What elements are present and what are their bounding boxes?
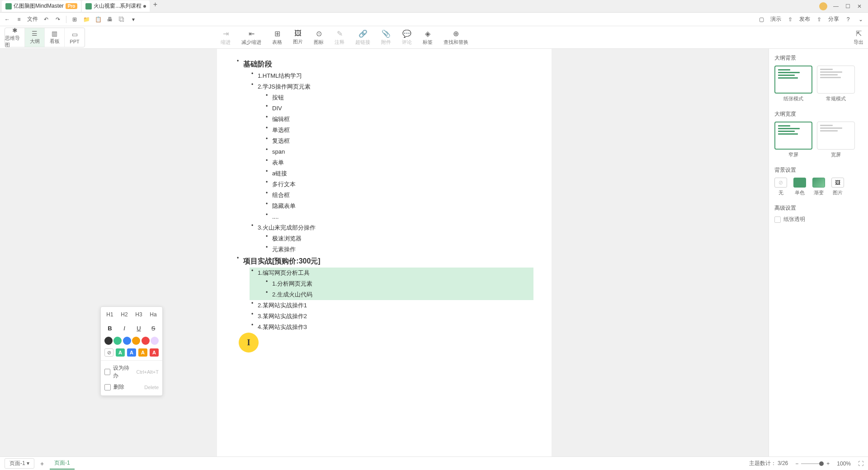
present-button[interactable]: 演示 (770, 15, 781, 23)
tab-document[interactable]: 火山视窗...系列课程 (82, 0, 150, 12)
bg-image-option[interactable]: 🖼图片 (831, 178, 844, 196)
outline-item[interactable]: span (264, 146, 533, 157)
copy-icon[interactable]: ⿻ (118, 16, 125, 23)
redo-icon[interactable]: ↷ (54, 16, 61, 23)
outline-heading[interactable]: 项目实战[预购价:300元] 1.编写网页分析工具 1.分析网页元素 2.生成火… (235, 255, 533, 333)
color-black[interactable] (104, 337, 113, 345)
note-button[interactable]: ✎注释 (335, 29, 344, 46)
outline-item[interactable]: 极速浏览器 (264, 233, 533, 244)
color-red[interactable] (142, 337, 150, 345)
view-mindmap[interactable]: ✱思维导图 (5, 28, 25, 47)
tab-mindmaster[interactable]: 亿图脑图MindMaster Pro (2, 0, 81, 12)
table-button[interactable]: ⊞表格 (272, 29, 282, 46)
canvas[interactable]: 基础阶段 1.HTML结构学习 2.学JS操作网页元素 按钮 DIV 编辑框 单… (0, 49, 769, 456)
outline-item[interactable]: 按钮 (264, 92, 533, 103)
outline-heading[interactable]: 基础阶段 1.HTML结构学习 2.学JS操作网页元素 按钮 DIV 编辑框 单… (235, 58, 533, 255)
bg-normal-mode[interactable]: 常规模式 (817, 66, 855, 102)
export-button[interactable]: ⇱导出 (854, 29, 863, 46)
bg-green[interactable]: A (116, 348, 125, 357)
open-icon[interactable]: 📁 (83, 16, 90, 23)
color-orange[interactable] (132, 337, 140, 345)
maximize-button[interactable]: ☐ (844, 3, 851, 9)
heading-ha[interactable]: Ha (148, 310, 159, 320)
tag-button[interactable]: ◈标签 (423, 29, 433, 46)
view-outline[interactable]: ☰大纲 (25, 28, 45, 47)
file-menu[interactable]: 文件 (27, 15, 38, 23)
underline-button[interactable]: U (133, 323, 144, 333)
present-icon[interactable]: ▢ (758, 16, 765, 23)
outline-item[interactable]: 组合框 (264, 190, 533, 201)
zoom-value[interactable]: 100% (837, 461, 851, 467)
share-button[interactable]: 分享 (828, 15, 839, 23)
outline-item[interactable]: 编辑框 (264, 114, 533, 125)
outline-item[interactable]: DIV (264, 103, 533, 114)
zoom-out-button[interactable]: − (795, 461, 798, 467)
bg-solid-option[interactable]: 单色 (793, 178, 806, 196)
print-icon[interactable]: 🖶 (106, 16, 113, 23)
outline-item[interactable]: 隐藏表单 (264, 201, 533, 212)
heading-h1[interactable]: H1 (104, 310, 115, 320)
clipboard-icon[interactable]: 📋 (94, 16, 102, 23)
outline-item[interactable]: 3.火山来完成部分操作 极速浏览器 元素操作 (250, 222, 533, 255)
minimize-button[interactable]: — (833, 3, 839, 9)
outdent-button[interactable]: ⇤减少缩进 (241, 29, 261, 46)
help-icon[interactable]: ? (844, 16, 852, 23)
delete-button[interactable]: 删除 Delete (104, 381, 159, 393)
comment-button[interactable]: 💬评论 (402, 29, 412, 46)
outline-item-selected[interactable]: 1.编写网页分析工具 1.分析网页元素 2.生成火山代码 (250, 268, 533, 300)
color-purple[interactable] (151, 337, 159, 345)
outline-item[interactable]: 表单 (264, 157, 533, 168)
outline-item[interactable]: 4.某网站实战操作3 (250, 322, 533, 333)
publish-button[interactable]: 发布 (799, 15, 810, 23)
width-narrow[interactable]: 窄屏 (774, 122, 812, 158)
zoom-in-button[interactable]: + (826, 461, 830, 467)
bg-gradient-option[interactable]: 渐变 (812, 178, 825, 196)
bg-paper-mode[interactable]: 纸张模式 (774, 66, 812, 102)
bg-orange[interactable]: A (138, 348, 147, 357)
add-tab-button[interactable]: + (151, 0, 160, 12)
share-icon[interactable]: ⇪ (816, 16, 823, 23)
indent-button[interactable]: ⇥缩进 (221, 29, 231, 46)
menu-icon[interactable]: ≡ (15, 16, 23, 23)
outline-item[interactable]: 单选框 (264, 125, 533, 136)
bold-button[interactable]: B (104, 323, 115, 333)
zoom-slider-thumb[interactable] (819, 461, 824, 466)
outline-item[interactable]: 1.HTML结构学习 (250, 70, 533, 81)
undo-icon[interactable]: ↶ (42, 16, 50, 23)
bg-blue[interactable]: A (127, 348, 136, 357)
attachment-button[interactable]: 📎附件 (381, 29, 391, 46)
chevron-down-icon[interactable]: ⌄ (857, 16, 864, 23)
page-dropdown[interactable]: 页面-1 ▾ (5, 458, 34, 469)
outline-document[interactable]: 基础阶段 1.HTML结构学习 2.学JS操作网页元素 按钮 DIV 编辑框 单… (217, 49, 552, 456)
dropdown-icon[interactable]: ▾ (130, 16, 137, 23)
zoom-control[interactable]: − + (795, 461, 830, 467)
outline-item[interactable]: 复选框 (264, 136, 533, 146)
set-todo-button[interactable]: 设为待办 Ctrl+Alt+T (104, 362, 159, 381)
view-kanban[interactable]: ▥看板 (45, 28, 65, 47)
width-wide[interactable]: 宽屏 (817, 122, 855, 158)
close-button[interactable]: ✕ (856, 3, 863, 9)
outline-item[interactable]: 多行文本 (264, 179, 533, 190)
outline-item-selected[interactable]: 1.分析网页元素 (264, 278, 533, 289)
hyperlink-button[interactable]: 🔗超链接 (355, 29, 370, 46)
collapse-panel-button[interactable]: › (769, 61, 769, 72)
bg-none-option[interactable]: ⊘无 (774, 178, 787, 196)
italic-button[interactable]: I (119, 323, 130, 333)
page-tab[interactable]: 页面-1 (50, 457, 75, 470)
fullscreen-icon[interactable]: ⛶ (858, 461, 863, 467)
heading-h2[interactable]: H2 (119, 310, 130, 320)
outline-item[interactable]: 2.某网站实战操作1 (250, 300, 533, 311)
outline-item[interactable]: 3.某网站实战操作2 (250, 311, 533, 322)
back-icon[interactable]: ← (4, 16, 11, 23)
outline-item[interactable]: 元素操作 (264, 244, 533, 255)
add-page-button[interactable]: + (38, 460, 46, 468)
color-blue[interactable] (123, 337, 131, 345)
outline-item-selected[interactable]: 2.生成火山代码 (264, 289, 533, 300)
bg-red[interactable]: A (150, 348, 159, 357)
outline-item[interactable]: .... (264, 212, 533, 222)
checkbox[interactable] (774, 216, 781, 223)
save-icon[interactable]: ⊞ (71, 16, 78, 23)
icon-button[interactable]: ⊙图标 (314, 29, 324, 46)
strike-button[interactable]: S (148, 323, 159, 333)
view-ppt[interactable]: ▭PPT (65, 28, 85, 47)
